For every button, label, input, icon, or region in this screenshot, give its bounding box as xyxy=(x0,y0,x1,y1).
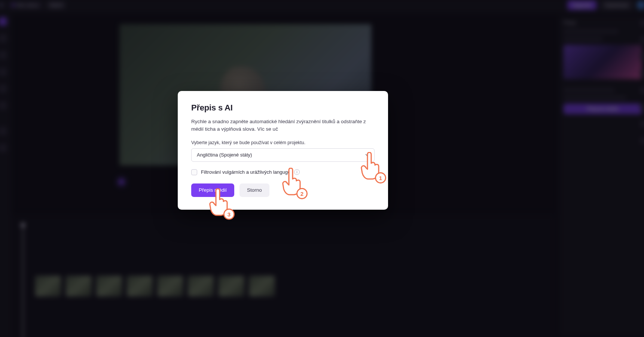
transcribe-button[interactable]: Přepis médií xyxy=(191,183,234,197)
chevron-down-icon xyxy=(364,152,370,158)
profanity-filter-label: Filtrování vulgárních a urážlivých langu… xyxy=(201,169,290,175)
modal-description: Rychle a snadno zapněte automatické hled… xyxy=(191,118,375,133)
profanity-filter-checkbox[interactable] xyxy=(191,169,197,175)
info-icon[interactable]: i xyxy=(294,169,300,175)
transcribe-modal: Přepis s AI Rychle a snadno zapněte auto… xyxy=(178,91,388,210)
modal-buttons: Přepis médií Storno xyxy=(191,183,375,197)
cancel-button[interactable]: Storno xyxy=(239,183,269,197)
language-select[interactable]: Angličtina (Spojené státy) xyxy=(191,148,375,162)
learn-more-link[interactable]: Víc se uč xyxy=(257,126,278,132)
profanity-filter-row: Filtrování vulgárních a urážlivých langu… xyxy=(191,169,375,175)
language-selected-value: Angličtina (Spojené státy) xyxy=(197,152,252,158)
language-field-label: Vyberte jazyk, který se bude používat v … xyxy=(191,140,375,145)
modal-title: Přepis s AI xyxy=(191,103,375,113)
